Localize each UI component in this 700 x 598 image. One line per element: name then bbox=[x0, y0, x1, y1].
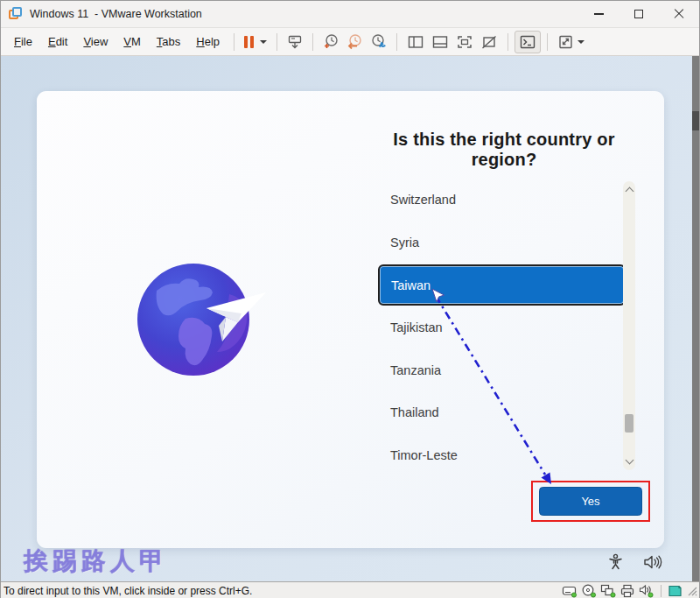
network-adapter-icon[interactable] bbox=[600, 584, 616, 598]
pause-icon bbox=[244, 36, 254, 48]
country-option-syria[interactable]: Syria bbox=[379, 222, 625, 264]
vmware-app-icon bbox=[9, 7, 24, 22]
country-list: Switzerland Syria Taiwan Tajikistan Tanz… bbox=[379, 179, 625, 476]
close-button[interactable] bbox=[659, 1, 699, 27]
yes-button[interactable]: Yes bbox=[539, 487, 642, 516]
toolbar-separator bbox=[396, 33, 397, 51]
status-bar: To direct input to this VM, click inside… bbox=[1, 581, 699, 598]
thumbnail-bar-icon bbox=[431, 34, 449, 50]
watermark-text: 挨踢路人甲 bbox=[24, 545, 168, 578]
vm-scrollbar[interactable] bbox=[692, 56, 699, 581]
take-snapshot-button[interactable] bbox=[319, 31, 343, 53]
minimize-icon bbox=[594, 13, 604, 14]
snapshot-clock-plus-icon bbox=[323, 33, 340, 50]
revert-snapshot-button[interactable] bbox=[343, 31, 367, 53]
toolbar-separator bbox=[234, 33, 234, 51]
snapshot-revert-icon bbox=[346, 33, 363, 50]
pause-vm-button[interactable] bbox=[241, 33, 270, 51]
status-message: To direct input to this VM, click inside… bbox=[4, 585, 562, 597]
vmware-workstation-window: Windows 11 - VMware Workstation File Edi… bbox=[0, 0, 700, 598]
toolbar-separator bbox=[276, 33, 277, 51]
sound-icon[interactable] bbox=[639, 584, 654, 598]
red-annotation-box: Yes bbox=[531, 481, 650, 522]
oobe-bottom-tray bbox=[607, 553, 662, 570]
toolbar-separator bbox=[547, 33, 548, 51]
virtual-console-button[interactable] bbox=[514, 31, 541, 53]
snapshot-manager-icon bbox=[370, 33, 387, 50]
library-panel-icon bbox=[407, 34, 424, 50]
menu-file[interactable]: File bbox=[6, 32, 40, 52]
printer-icon[interactable] bbox=[620, 584, 635, 598]
scrollbar-thumb[interactable] bbox=[625, 414, 634, 433]
minimize-button[interactable] bbox=[578, 1, 619, 27]
maximize-button[interactable] bbox=[619, 1, 659, 27]
snapshot-manager-button[interactable] bbox=[367, 31, 390, 53]
fit-expand-icon bbox=[557, 34, 575, 50]
hard-disk-icon[interactable] bbox=[562, 584, 578, 598]
status-separator bbox=[661, 585, 662, 597]
full-screen-icon bbox=[456, 34, 473, 50]
show-library-button[interactable] bbox=[403, 32, 428, 53]
globe-illustration bbox=[135, 257, 273, 382]
ctrl-alt-del-icon bbox=[287, 34, 303, 50]
fit-guest-button[interactable] bbox=[554, 32, 588, 53]
resize-grip[interactable] bbox=[686, 585, 697, 596]
country-option-timor-leste[interactable]: Timor-Leste bbox=[379, 434, 625, 477]
country-option-switzerland[interactable]: Switzerland bbox=[379, 179, 625, 222]
show-thumbnail-bar-button[interactable] bbox=[428, 32, 452, 53]
cd-dvd-icon[interactable] bbox=[581, 584, 597, 598]
maximize-icon bbox=[634, 10, 643, 18]
country-list-scrollbar[interactable] bbox=[623, 181, 635, 470]
full-screen-button[interactable] bbox=[452, 32, 477, 53]
scroll-down-icon[interactable] bbox=[625, 456, 634, 465]
menu-edit[interactable]: Edit bbox=[40, 32, 75, 52]
send-ctrl-alt-del-button[interactable] bbox=[284, 32, 306, 53]
country-option-thailand[interactable]: Thailand bbox=[379, 391, 625, 434]
country-option-tajikistan[interactable]: Tajikistan bbox=[379, 306, 625, 349]
chevron-down-icon bbox=[578, 40, 584, 44]
menu-view[interactable]: View bbox=[75, 32, 116, 52]
close-icon bbox=[674, 9, 684, 19]
chevron-down-icon bbox=[260, 40, 267, 44]
toolbar-separator bbox=[508, 33, 508, 51]
windows-oobe-panel: Is this the right country or region? bbox=[37, 91, 664, 548]
menu-vm[interactable]: VM bbox=[116, 32, 149, 52]
toolbar-separator bbox=[312, 33, 313, 51]
accessibility-icon[interactable] bbox=[607, 553, 624, 570]
menu-help[interactable]: Help bbox=[188, 32, 228, 52]
vm-display-area[interactable]: Is this the right country or region? bbox=[1, 56, 699, 581]
scroll-up-icon[interactable] bbox=[625, 187, 634, 196]
title-bar: Windows 11 - VMware Workstation bbox=[1, 1, 699, 27]
unity-mode-icon bbox=[480, 34, 498, 50]
page-title: Is this the right country or region? bbox=[359, 130, 649, 170]
country-option-tanzania[interactable]: Tanzania bbox=[379, 349, 625, 392]
window-title: Windows 11 - VMware Workstation bbox=[30, 8, 202, 20]
console-icon bbox=[519, 34, 536, 50]
country-option-taiwan-selected[interactable]: Taiwan bbox=[378, 264, 626, 306]
message-log-icon[interactable] bbox=[668, 584, 682, 598]
volume-icon[interactable] bbox=[643, 554, 662, 570]
unity-mode-button[interactable] bbox=[477, 32, 501, 53]
menu-tabs[interactable]: Tabs bbox=[149, 32, 188, 52]
menu-toolbar: File Edit View VM Tabs Help bbox=[1, 27, 699, 56]
vm-scrollbar-thumb[interactable] bbox=[692, 111, 699, 130]
